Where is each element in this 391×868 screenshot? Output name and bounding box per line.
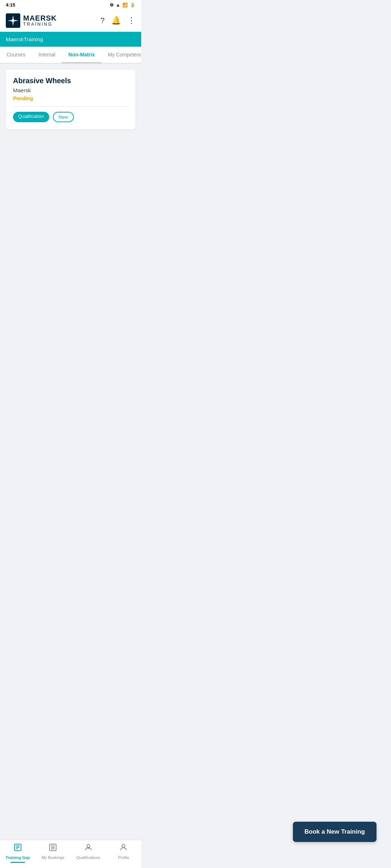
maersk-logo-icon [6,13,20,28]
training-card[interactable]: Abrasive Wheels Maersk Pending Qualifica… [6,69,135,129]
tag-new: New [53,112,74,122]
battery-icon: 🔋 [130,3,135,8]
more-menu-icon[interactable]: ⋮ [127,16,135,25]
header-actions: ? 🔔 ⋮ [100,16,135,25]
logo-text: MAERSK TRAINING [23,14,57,27]
username-label: MaerskTraining [6,36,43,42]
tab-internal[interactable]: Internal [32,47,62,64]
notification-icon[interactable]: 🔔 [111,16,121,25]
tab-my-competency[interactable]: My Competency [101,47,141,64]
card-tags: Qualification New [13,112,128,122]
card-status: Pending [13,95,128,101]
svg-point-5 [12,19,14,22]
logo-maersk: MAERSK [23,14,57,22]
signal-icon: 📶 [122,3,128,8]
help-icon[interactable]: ? [100,16,105,25]
tab-non-matrix[interactable]: Non-Matrix [62,47,101,64]
logo-area: MAERSK TRAINING [6,13,57,28]
header: MAERSK TRAINING ? 🔔 ⋮ [0,10,141,32]
tabs-container: Courses Internal Non-Matrix My Competenc… [0,47,141,64]
card-organization: Maersk [13,87,128,93]
logo-training: TRAINING [23,22,57,27]
user-bar: MaerskTraining [0,32,141,47]
card-title: Abrasive Wheels [13,77,128,85]
status-time: 4:15 [6,2,15,8]
tab-courses[interactable]: Courses [0,47,32,64]
tag-qualification: Qualification [13,112,49,122]
status-bar: 4:15 ⚙ ▲ 📶 🔋 [0,0,141,10]
main-content: Abrasive Wheels Maersk Pending Qualifica… [0,64,141,135]
status-icons: ⚙ ▲ 📶 🔋 [110,3,135,8]
wifi-icon: ▲ [116,3,120,8]
card-divider [13,106,128,107]
settings-status-icon: ⚙ [110,3,114,8]
